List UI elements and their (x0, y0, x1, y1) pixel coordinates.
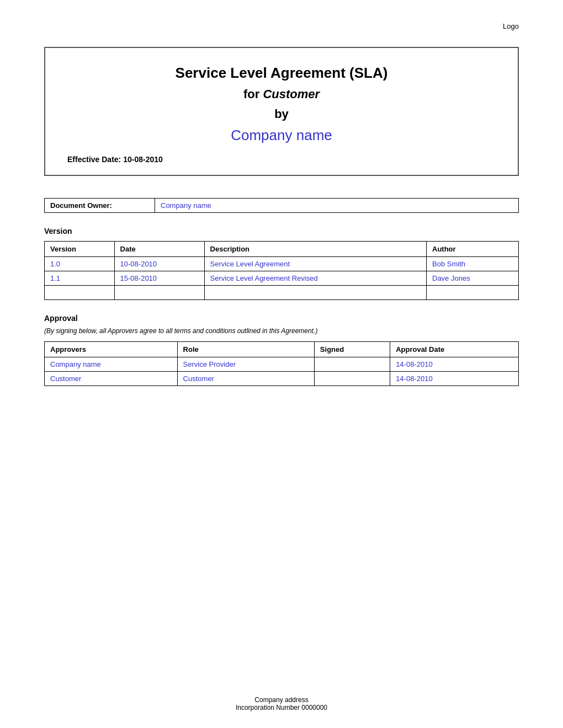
role-col-header: Role (177, 342, 314, 357)
description-col-header: Description (204, 242, 426, 257)
version-row-1-author: Bob Smith (427, 257, 519, 271)
version-row-2-version: 1.1 (45, 271, 115, 286)
main-title: Service Level Agreement (SLA) (67, 65, 496, 82)
approval-row-2-role: Customer (177, 372, 314, 386)
version-row-3 (45, 286, 519, 300)
approval-row-2-approver: Customer (45, 372, 178, 386)
version-row-1: 1.0 10-08-2010 Service Level Agreement B… (45, 257, 519, 271)
approval-date-col-header: Approval Date (390, 342, 519, 357)
for-label: for (243, 87, 263, 101)
approval-note: (By signing below, all Approvers agree t… (44, 327, 519, 335)
version-row-3-date (114, 286, 204, 300)
approval-table: Approvers Role Signed Approval Date Comp… (44, 341, 519, 386)
title-box: Service Level Agreement (SLA) for Custom… (44, 47, 519, 176)
signed-col-header: Signed (314, 342, 390, 357)
document-owner-row: Document Owner: Company name (45, 199, 519, 213)
approval-row-2-date: 14-08-2010 (390, 372, 519, 386)
version-row-2: 1.1 15-08-2010 Service Level Agreement R… (45, 271, 519, 286)
version-col-header: Version (45, 242, 115, 257)
version-row-3-description (204, 286, 426, 300)
date-col-header: Date (114, 242, 204, 257)
document-owner-table: Document Owner: Company name (44, 198, 519, 213)
effective-date-value: 10-08-2010 (123, 155, 163, 164)
approval-row-1-signed (314, 357, 390, 372)
doc-owner-label: Document Owner: (45, 199, 155, 213)
by-label: by (274, 107, 289, 121)
page: Logo Service Level Agreement (SLA) for C… (0, 0, 563, 728)
version-row-2-date: 15-08-2010 (114, 271, 204, 286)
version-row-1-version: 1.0 (45, 257, 115, 271)
logo-label: Logo (503, 22, 519, 30)
version-row-1-description: Service Level Agreement (204, 257, 426, 271)
version-row-1-date: 10-08-2010 (114, 257, 204, 271)
footer: Company address Incorporation Number 000… (0, 696, 563, 711)
version-table: Version Date Description Author 1.0 10-0… (44, 241, 519, 300)
approval-row-1-date: 14-08-2010 (390, 357, 519, 372)
version-heading: Version (44, 227, 519, 235)
version-row-3-version (45, 286, 115, 300)
version-row-2-author: Dave Jones (427, 271, 519, 286)
footer-incorporation: Incorporation Number 0000000 (0, 704, 563, 711)
customer-italic: Customer (263, 87, 320, 101)
for-line: for Customer (67, 87, 496, 101)
effective-date: Effective Date: 10-08-2010 (67, 155, 496, 164)
doc-owner-value: Company name (155, 199, 519, 213)
company-name-title: Company name (67, 127, 496, 144)
approval-row-2: Customer Customer 14-08-2010 (45, 372, 519, 386)
version-row-2-description: Service Level Agreement Revised (204, 271, 426, 286)
author-col-header: Author (427, 242, 519, 257)
version-row-3-author (427, 286, 519, 300)
version-table-header: Version Date Description Author (45, 242, 519, 257)
approval-row-1: Company name Service Provider 14-08-2010 (45, 357, 519, 372)
approval-table-header: Approvers Role Signed Approval Date (45, 342, 519, 357)
logo-area: Logo (44, 22, 519, 30)
by-line: by (67, 107, 496, 121)
approval-heading: Approval (44, 314, 519, 323)
approval-row-1-role: Service Provider (177, 357, 314, 372)
effective-date-label: Effective Date: (67, 155, 121, 164)
approvers-col-header: Approvers (45, 342, 178, 357)
approval-row-2-signed (314, 372, 390, 386)
approval-row-1-approver: Company name (45, 357, 178, 372)
footer-address: Company address (0, 696, 563, 704)
